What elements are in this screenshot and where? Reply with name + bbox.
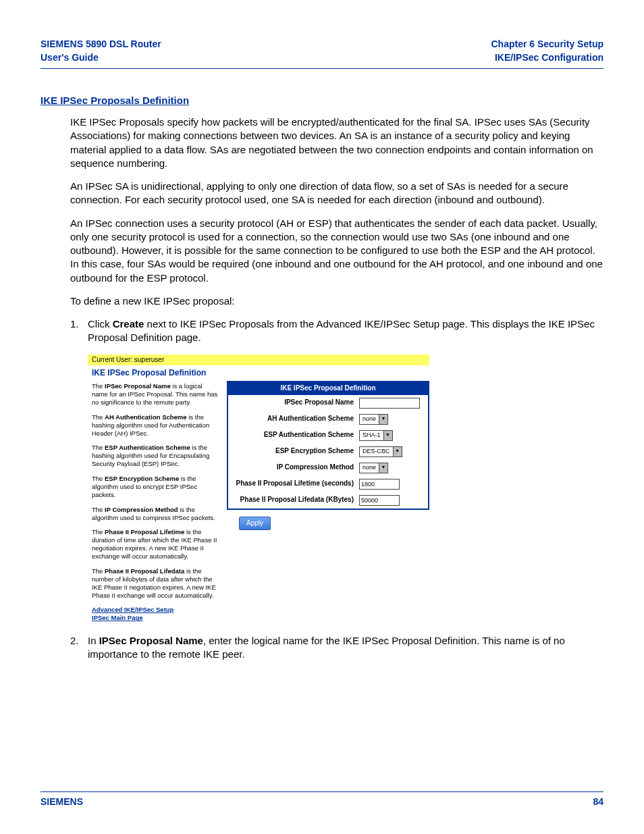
step-number: 1.: [70, 317, 88, 345]
screenshot-page-title: IKE IPSec Proposal Definition: [88, 365, 429, 381]
paragraph: An IPSec SA is unidirectional, applying …: [70, 180, 603, 207]
step-text: In IPSec Proposal Name, enter the logica…: [88, 634, 603, 662]
text: The: [92, 506, 105, 513]
chevron-down-icon: ▼: [379, 463, 387, 473]
paragraph: An IPSec connection uses a security prot…: [70, 217, 603, 285]
ah-auth-label: AH Authentication Scheme: [232, 415, 359, 423]
form-header: IKE IPSec Proposal Definition: [228, 382, 428, 395]
lifetime-label: Phase II Proposal Lifetime (seconds): [232, 479, 359, 488]
header-left: SIEMENS 5890 DSL Router User's Guide: [41, 38, 161, 64]
esp-enc-label: ESP Encryption Scheme: [232, 447, 359, 456]
lifedata-label: Phase II Proposal Lifedata (KBytes): [232, 496, 359, 504]
text: The: [92, 444, 105, 451]
bold-text: ESP Authentication Scheme: [105, 444, 190, 451]
apply-button[interactable]: Apply: [239, 517, 271, 531]
help-panel: The IPSec Proposal Name is a logical nam…: [88, 381, 224, 625]
text: The: [92, 382, 105, 390]
step-number: 2.: [70, 634, 88, 662]
select-value: none: [361, 464, 379, 471]
advanced-setup-link[interactable]: Advanced IKE/IPSec Setup: [92, 606, 220, 614]
lifedata-input[interactable]: [359, 495, 400, 506]
text: The: [92, 567, 105, 575]
bold-text: IP Compression Method: [105, 506, 178, 513]
bold-text: Create: [113, 318, 144, 330]
text: The: [92, 528, 105, 536]
bold-text: AH Authentication Scheme: [105, 413, 187, 421]
bold-text: Phase II Proposal Lifetime: [105, 528, 184, 536]
ip-comp-select[interactable]: none▼: [359, 463, 388, 473]
embedded-screenshot: Current User: superuser IKE IPSec Propos…: [88, 355, 429, 625]
proposal-form: IKE IPSec Proposal Definition IPSec Prop…: [227, 381, 429, 510]
page-footer: SIEMENS 84: [41, 791, 603, 807]
bold-text: ESP Encryption Scheme: [105, 475, 179, 482]
select-value: DES-CBC: [361, 448, 393, 455]
lifetime-input[interactable]: [359, 479, 400, 490]
section-path: IKE/IPSec Configuration: [491, 51, 604, 65]
esp-auth-select[interactable]: SHA-1▼: [359, 430, 393, 441]
step-text: Click Create next to IKE IPSec Proposals…: [88, 317, 603, 345]
text: The: [92, 413, 105, 421]
doc-title: User's Guide: [41, 51, 161, 65]
proposal-name-input[interactable]: [359, 398, 420, 409]
text: Click: [88, 318, 113, 330]
current-user-bar: Current User: superuser: [88, 355, 429, 366]
proposal-name-label: IPSec Proposal Name: [232, 398, 359, 407]
product-title: SIEMENS 5890 DSL Router: [41, 38, 161, 51]
chapter-title: Chapter 6 Security Setup: [491, 38, 604, 51]
select-value: none: [361, 415, 379, 423]
ip-comp-label: IP Compression Method: [232, 463, 359, 472]
ipsec-main-link[interactable]: IPSec Main Page: [92, 614, 220, 622]
step-1: 1. Click Create next to IKE IPSec Propos…: [70, 317, 603, 345]
text: The: [92, 475, 105, 482]
select-value: SHA-1: [361, 432, 383, 439]
footer-brand: SIEMENS: [41, 796, 83, 807]
text: next to IKE IPSec Proposals from the Adv…: [88, 318, 595, 343]
chevron-down-icon: ▼: [379, 415, 387, 424]
ah-auth-select[interactable]: none▼: [359, 414, 388, 425]
chevron-down-icon: ▼: [393, 447, 402, 457]
esp-enc-select[interactable]: DES-CBC▼: [359, 446, 402, 457]
text: In: [88, 635, 99, 646]
step-2: 2. In IPSec Proposal Name, enter the log…: [70, 634, 603, 662]
bold-text: IPSec Proposal Name: [99, 635, 203, 646]
paragraph: To define a new IKE IPSec proposal:: [70, 294, 603, 308]
chevron-down-icon: ▼: [383, 431, 392, 440]
section-heading: IKE IPSec Proposals Definition: [41, 95, 603, 106]
page-number: 84: [593, 796, 603, 807]
page-header: SIEMENS 5890 DSL Router User's Guide Cha…: [41, 38, 603, 69]
paragraph: IKE IPSec Proposals specify how packets …: [70, 115, 603, 170]
esp-auth-label: ESP Authentication Scheme: [232, 431, 359, 440]
header-right: Chapter 6 Security Setup IKE/IPSec Confi…: [491, 38, 604, 64]
bold-text: IPSec Proposal Name: [105, 382, 171, 390]
bold-text: Phase II Proposal Lifedata: [105, 567, 184, 575]
